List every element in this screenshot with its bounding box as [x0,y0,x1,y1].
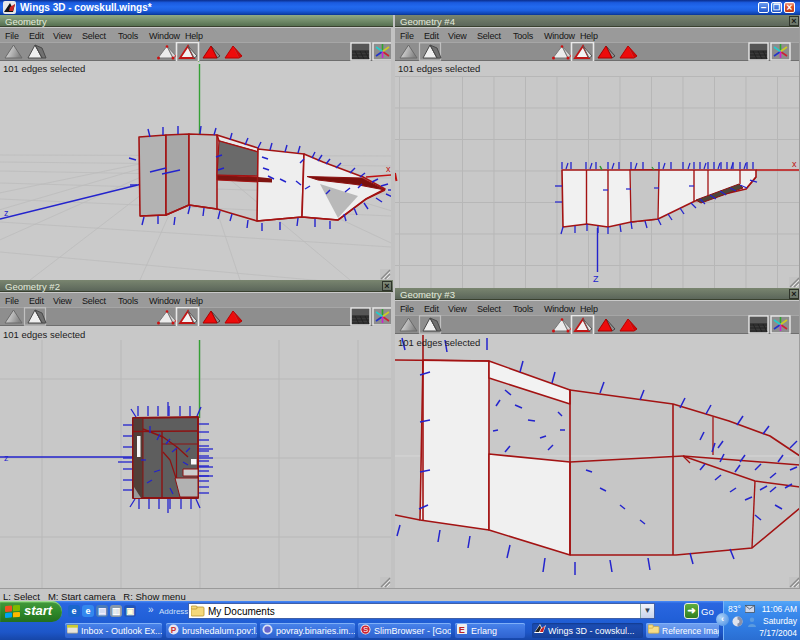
svg-text:P: P [171,626,177,635]
svg-text:z: z [4,453,9,463]
svg-text:E: E [459,625,465,635]
svg-text:Z: Z [593,274,599,284]
svg-text:Y: Y [196,61,202,64]
svg-text:x: x [792,159,797,169]
svg-text:z: z [4,208,9,218]
svg-text:S: S [363,625,368,634]
svg-text:x: x [386,164,391,174]
